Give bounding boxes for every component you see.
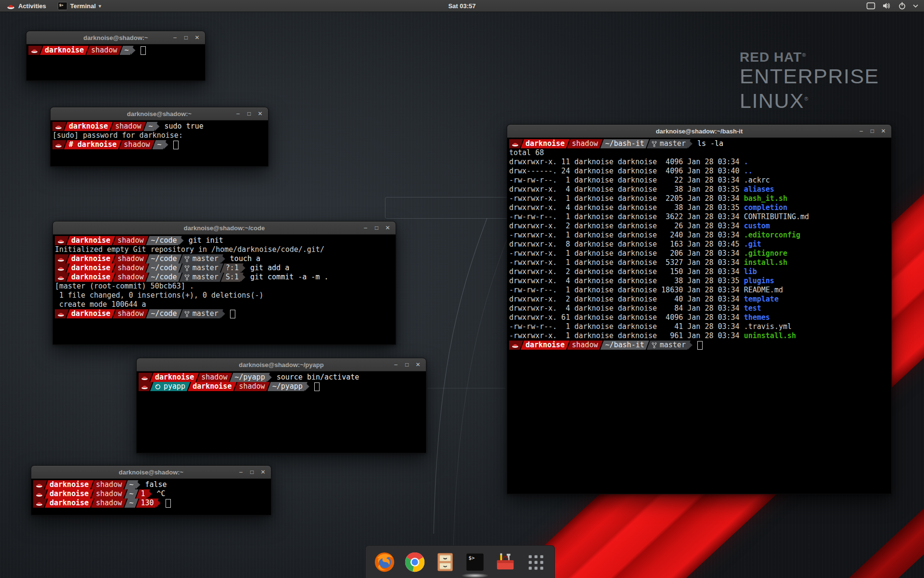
dock: $> xyxy=(365,545,555,578)
prompt-segment-path: ~/bash-it xyxy=(600,139,649,148)
maximize-button[interactable]: □ xyxy=(181,31,191,44)
close-button[interactable]: ✕ xyxy=(879,125,888,137)
close-button[interactable]: ✕ xyxy=(256,107,265,120)
chevron-down-icon[interactable] xyxy=(913,4,918,8)
terminal-content[interactable]: darknoiseshadow~/pyappsource bin/activat… xyxy=(137,371,426,391)
ls-row-meta: drwxrwxr-x. 61 darknoise darknoise 4096 … xyxy=(509,313,744,322)
prompt-segment-git: master xyxy=(647,341,691,350)
maximize-button[interactable]: □ xyxy=(372,222,381,234)
dock-item-firefox[interactable] xyxy=(373,551,396,574)
close-button[interactable]: ✕ xyxy=(413,358,423,371)
window-titlebar[interactable]: darknoise@shadow:~–□✕ xyxy=(51,107,268,120)
ls-row-filename: README.md xyxy=(744,286,783,295)
terminal-content[interactable]: darknoiseshadow~sudo true[sudo] password… xyxy=(51,120,268,149)
terminal-line: -rw-rw-r--. 1 darknoise darknoise 41 Jan… xyxy=(509,322,889,331)
dock-item-app-grid[interactable] xyxy=(524,551,547,574)
prompt-segment-git: master xyxy=(180,254,223,263)
terminal-line: drwxrwxr-x. 2 darknoise darknoise 40 Jan… xyxy=(509,295,889,304)
window-titlebar[interactable]: darknoise@shadow:~–□✕ xyxy=(26,31,205,44)
terminal-line: -rwxrwxr-x. 1 darknoise darknoise 240 Ja… xyxy=(509,231,889,240)
activities-button[interactable]: Activities xyxy=(0,0,53,12)
terminal-line: # darknoiseshadow~ xyxy=(52,140,266,149)
terminal-window: darknoise@shadow:~–□✕darknoiseshadow~sud… xyxy=(50,107,269,167)
maximize-button[interactable]: □ xyxy=(244,107,254,120)
terminal-line: drwxrwxr-x. 11 darknoise darknoise 4096 … xyxy=(509,158,889,167)
display-icon[interactable] xyxy=(866,2,875,10)
minimize-button[interactable]: – xyxy=(857,125,866,137)
prompt-segment-gitstat: S:1 xyxy=(221,273,244,282)
toolbox-icon xyxy=(494,551,516,573)
dock-item-file-cabinet[interactable] xyxy=(434,551,457,574)
git-branch-icon xyxy=(184,274,190,281)
running-indicator xyxy=(461,573,489,578)
ls-row-meta: drwxrwxr-x. 4 darknoise darknoise 38 Jan… xyxy=(509,203,744,212)
clock[interactable]: Sat 03:57 xyxy=(448,2,475,10)
prompt-segment-path: ~/code xyxy=(146,236,181,245)
redhat-icon xyxy=(141,383,148,390)
redhat-icon xyxy=(57,274,64,280)
branding-line-3: LINUX® xyxy=(740,88,879,112)
prompt-segment-hat xyxy=(139,382,153,391)
minimize-button[interactable]: – xyxy=(236,466,245,478)
close-button[interactable]: ✕ xyxy=(192,31,202,44)
dock-item-terminal[interactable]: $> xyxy=(463,551,487,574)
dock-item-chrome[interactable] xyxy=(403,551,426,574)
redhat-icon xyxy=(57,237,64,244)
prompt-segment-path: ~ xyxy=(124,489,138,499)
window-titlebar[interactable]: darknoise@shadow:~/code–□✕ xyxy=(53,222,396,235)
ls-row-meta: drwxrwxr-x. 2 darknoise darknoise 40 Jan… xyxy=(509,295,744,304)
command-text: git commit -a -m . xyxy=(250,273,329,282)
minimize-button[interactable]: – xyxy=(361,222,370,234)
prompt-segment-path: ~/code xyxy=(146,263,181,273)
prompt-segment-user: # darknoise xyxy=(64,140,121,149)
terminal-line: darknoiseshadow~false xyxy=(33,480,269,489)
volume-icon[interactable] xyxy=(882,2,891,10)
prompt-segment-host: shadow xyxy=(91,489,127,499)
python-venv-icon xyxy=(155,384,161,390)
prompt-segment-host: shadow xyxy=(91,480,127,489)
maximize-button[interactable]: □ xyxy=(868,125,877,137)
terminal-line: -rwxrwxr-x. 1 darknoise darknoise 5327 J… xyxy=(509,258,889,267)
prompt-segment-user: darknoise xyxy=(521,341,569,350)
terminal-content[interactable]: darknoiseshadow~ xyxy=(26,44,205,55)
window-controls: –□✕ xyxy=(857,125,891,137)
maximize-button[interactable]: □ xyxy=(402,358,411,371)
terminal-line: darknoiseshadow~/codemaster?:1git add a xyxy=(55,263,394,273)
prompt-arrow xyxy=(688,139,693,148)
terminal-content[interactable]: darknoiseshadow~/codegit initInitialized… xyxy=(53,235,396,318)
git-branch-icon xyxy=(184,256,190,263)
ls-row-meta: drwxrwxr-x. 8 darknoise darknoise 163 Ja… xyxy=(509,240,744,249)
ls-row-meta: -rw-rw-r--. 1 darknoise darknoise 18630 … xyxy=(509,286,744,295)
terminal-content[interactable]: darknoiseshadow~/bash-itmasterls -latota… xyxy=(507,138,891,350)
terminal-content[interactable]: darknoiseshadow~falsedarknoiseshadow~1^C… xyxy=(31,479,271,508)
redhat-icon xyxy=(512,141,519,147)
terminal-line: -rwxrwxr-x. 1 darknoise darknoise 2205 J… xyxy=(509,194,889,203)
terminal-line: drwxrwxr-x. 4 darknoise darknoise 38 Jan… xyxy=(509,203,889,212)
prompt-segment-user: darknoise xyxy=(40,46,89,55)
maximize-button[interactable]: □ xyxy=(247,466,257,478)
prompt-segment-hat xyxy=(33,499,47,508)
ls-row-filename: uninstall.sh xyxy=(744,331,796,341)
ls-row-meta: -rw-rw-r--. 1 darknoise darknoise 3622 J… xyxy=(509,212,744,222)
terminal-cursor xyxy=(173,141,179,149)
close-button[interactable]: ✕ xyxy=(383,222,392,234)
terminal-line: [sudo] password for darknoise: xyxy=(52,131,266,140)
close-button[interactable]: ✕ xyxy=(258,466,268,478)
ls-row-meta: -rwxrwxr-x. 1 darknoise darknoise 2205 J… xyxy=(509,194,744,203)
output-text: Initialized empty Git repository in /hom… xyxy=(55,245,324,254)
minimize-button[interactable]: – xyxy=(233,107,243,120)
app-menu[interactable]: $> Terminal ▾ xyxy=(53,0,106,12)
prompt-segment-host: shadow xyxy=(91,499,127,508)
window-titlebar[interactable]: darknoise@shadow:~–□✕ xyxy=(31,466,271,479)
power-icon[interactable] xyxy=(898,2,906,10)
prompt-segment-host: shadow xyxy=(110,122,146,131)
terminal-line: darknoiseshadow~130 xyxy=(33,499,269,508)
window-titlebar[interactable]: darknoise@shadow:~/bash-it–□✕ xyxy=(507,125,891,138)
terminal-line: [master (root-commit) 50bcb63] . xyxy=(55,282,394,291)
prompt-arrow xyxy=(155,122,160,131)
dock-item-toolbox[interactable] xyxy=(494,551,517,574)
minimize-button[interactable]: – xyxy=(170,31,180,44)
minimize-button[interactable]: – xyxy=(391,358,400,371)
window-titlebar[interactable]: darknoise@shadow:~/pyapp–□✕ xyxy=(137,358,426,371)
terminal-cursor xyxy=(697,341,703,350)
